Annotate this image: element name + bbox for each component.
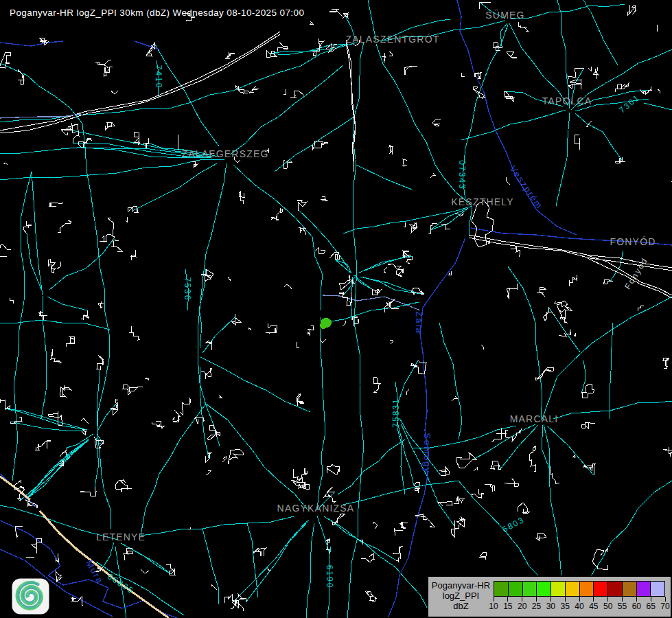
legend-color-cell [536, 582, 551, 596]
legend-color-cell [579, 582, 594, 596]
map-title: Poganyvar-HR logZ_PPI 30km (dbZ) Wednesd… [10, 8, 304, 18]
legend-tick-mark [593, 597, 594, 602]
legend-color-bar [494, 581, 665, 597]
legend-tick-mark [551, 597, 551, 602]
legend-tick-value: 55 [618, 602, 627, 611]
legend-tick-mark [579, 597, 580, 602]
legend-tick-value: 50 [603, 602, 612, 611]
legend-panel: Poganyvar-HR logZ_PPI dbZ 10152025303540… [427, 575, 672, 618]
legend-tick-mark [494, 597, 494, 602]
legend-color-cell [593, 582, 607, 596]
legend-tick-value: 15 [503, 602, 512, 611]
legend-tick-mark [665, 597, 666, 602]
radar-map [0, 0, 672, 618]
radar-app-spiral-logo [12, 578, 49, 615]
legend-tick-mark [607, 597, 608, 602]
legend-tick-value: 35 [560, 602, 569, 611]
radar-echo [320, 318, 332, 329]
legend-tick-mark [622, 597, 623, 602]
legend-color-cell [650, 582, 664, 596]
legend-tick-mark [636, 597, 637, 602]
legend-tick-mark [536, 597, 537, 602]
legend-color-cell [551, 582, 565, 596]
legend-station: Poganyvar-HR [428, 580, 494, 591]
legend-color-cell [636, 582, 651, 596]
legend-tick-mark [522, 597, 522, 602]
legend-text-block: Poganyvar-HR logZ_PPI dbZ [428, 580, 494, 611]
legend-tick-value: 65 [646, 602, 655, 611]
legend-tick-mark [651, 597, 651, 602]
legend-color-cell [607, 582, 622, 596]
legend-tick-value: 25 [532, 602, 541, 611]
legend-tick-value: 40 [575, 602, 583, 611]
legend-color-cell [622, 582, 636, 596]
legend-color-cell [522, 582, 537, 596]
legend-color-cell [494, 582, 508, 596]
legend-tick-value: 20 [518, 602, 526, 611]
legend-tick-value: 30 [546, 602, 555, 611]
legend-color-cell [508, 582, 522, 596]
legend-tick-value: 45 [589, 602, 598, 611]
legend-tick-value: 10 [489, 602, 498, 611]
legend-tick-mark [565, 597, 566, 602]
legend-tick-value: 60 [632, 602, 641, 611]
legend-tick-value: 70 [660, 602, 669, 611]
legend-product: logZ_PPI [428, 591, 494, 601]
legend-unit: dbZ [428, 601, 494, 611]
legend-color-cell [565, 582, 579, 596]
legend-tick-mark [507, 597, 508, 602]
